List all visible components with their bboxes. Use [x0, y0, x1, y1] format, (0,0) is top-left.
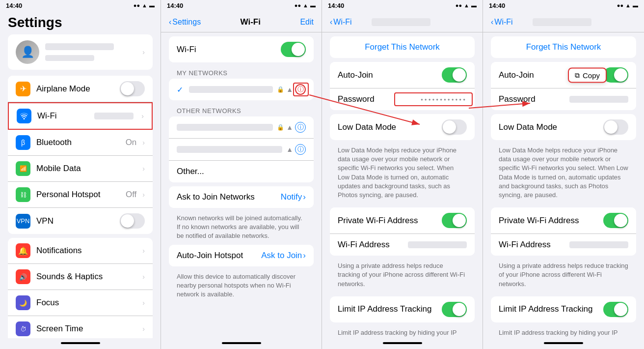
- status-icons-4: ●● ▲ ▬: [617, 2, 638, 8]
- mobiledata-label: Mobile Data: [36, 164, 136, 174]
- auto-join-button[interactable]: Ask to Join ›: [261, 251, 306, 261]
- auto-join-detail-toggle-4[interactable]: [603, 67, 628, 83]
- sidebar-item-sounds[interactable]: 🔊 Sounds & Haptics ›: [8, 264, 153, 290]
- low-data-row[interactable]: Low Data Mode: [330, 114, 475, 140]
- other-option-row[interactable]: Other...: [169, 161, 314, 182]
- wifi-toggle-group: Wi-Fi: [169, 36, 314, 62]
- forget-network-row-4[interactable]: Forget This Network: [491, 36, 636, 58]
- wifi-address-desc: Using a private address helps reduce tra…: [330, 260, 475, 292]
- mobiledata-chevron: ›: [142, 165, 145, 173]
- wifi-icon: [17, 109, 31, 123]
- bottom-bar-2: [161, 338, 322, 349]
- battery-icon-1: ▬: [149, 2, 155, 8]
- forget-link-4[interactable]: Forget This Network: [526, 42, 601, 52]
- ask-join-row[interactable]: Ask to Join Networks Notify ›: [169, 186, 314, 208]
- wifi-icon-3: ▲: [464, 2, 469, 8]
- copy-tooltip[interactable]: ⧉ Copy: [568, 67, 607, 83]
- status-icons-3: ●● ▲ ▬: [456, 2, 477, 8]
- wifi-nav-bar: ‹ Settings Wi-Fi Edit: [161, 11, 322, 32]
- sidebar-item-notifications[interactable]: 🔔 Notifications ›: [8, 238, 153, 264]
- back-to-settings[interactable]: ‹ Settings: [169, 18, 201, 27]
- wifi-panel: 14:40 ●● ▲ ▬ ‹ Settings Wi-Fi Edit Wi-Fi: [161, 0, 322, 349]
- private-wifi-row[interactable]: Private Wi-Fi Address: [330, 207, 475, 234]
- wifi-signal-icon: ▲: [286, 86, 293, 93]
- info-btn-1[interactable]: ⓘ: [295, 122, 306, 133]
- low-data-toggle-4[interactable]: [603, 119, 628, 135]
- back-to-wifi-4[interactable]: ‹ Wi-Fi: [491, 18, 513, 27]
- sidebar-item-vpn[interactable]: VPN VPN: [8, 208, 153, 234]
- sounds-label: Sounds & Haptics: [36, 272, 136, 282]
- selected-network-name: [189, 86, 273, 93]
- wifi-toggle-row[interactable]: Wi-Fi: [169, 36, 314, 62]
- sidebar-item-screentime[interactable]: ⏱ Screen Time ›: [8, 316, 153, 338]
- limit-tracking-toggle[interactable]: [442, 302, 467, 317]
- sidebar-item-wifi[interactable]: Wi-Fi ›: [8, 102, 153, 130]
- wifi-label: Wi-Fi: [37, 111, 88, 121]
- sidebar-item-bluetooth[interactable]: β Bluetooth On ›: [8, 130, 153, 156]
- back-label-4: Wi-Fi: [494, 18, 512, 27]
- wifi-toggle[interactable]: [281, 42, 306, 57]
- auto-join-chevron: ›: [303, 251, 306, 261]
- battery-icon-4: ▬: [633, 2, 638, 8]
- forget-network-group: Forget This Network: [330, 36, 475, 58]
- forget-link[interactable]: Forget This Network: [365, 42, 440, 52]
- low-data-row-4[interactable]: Low Data Mode: [491, 114, 636, 140]
- auto-join-password-group: Auto-Join Password ●●●●●●●●●●●●: [330, 62, 475, 110]
- low-data-group-4: Low Data Mode: [491, 114, 636, 140]
- other-network-1[interactable]: 🔒 ▲ ⓘ: [169, 116, 314, 139]
- info-btn-2[interactable]: ⓘ: [295, 144, 306, 155]
- auto-join-detail-row[interactable]: Auto-Join: [330, 62, 475, 88]
- auto-join-row[interactable]: Auto-Join Hotspot Ask to Join ›: [169, 245, 314, 266]
- sidebar-item-airplane[interactable]: ✈ Airplane Mode: [8, 76, 153, 102]
- limit-tracking-group: Limit IP Address Tracking: [330, 296, 475, 322]
- limit-tracking-toggle-4[interactable]: [603, 302, 628, 317]
- wifi-icon-1: ▲: [142, 2, 147, 8]
- status-icons-2: ●● ▲ ▬: [295, 2, 316, 8]
- password-row[interactable]: Password ●●●●●●●●●●●●: [330, 88, 475, 110]
- notify-button[interactable]: Notify ›: [281, 192, 306, 202]
- ask-join-desc: Known networks will be joined automatica…: [169, 212, 314, 245]
- other-network-1-name: [177, 124, 273, 131]
- auto-join-detail-toggle[interactable]: [442, 67, 467, 83]
- ask-join-group: Ask to Join Networks Notify ›: [169, 186, 314, 208]
- notifications-label: Notifications: [36, 246, 136, 256]
- other-network-2-icons: ▲ ⓘ: [286, 144, 306, 155]
- edit-button[interactable]: Edit: [300, 18, 314, 27]
- status-icons-1: ●● ▲ ▬: [134, 2, 155, 8]
- other-network-2[interactable]: ▲ ⓘ: [169, 139, 314, 161]
- limit-tracking-row-4[interactable]: Limit IP Address Tracking: [491, 296, 636, 322]
- bluetooth-label: Bluetooth: [36, 138, 120, 147]
- back-to-wifi-3[interactable]: ‹ Wi-Fi: [330, 18, 352, 27]
- status-bar-1: 14:40 ●● ▲ ▬: [0, 0, 161, 11]
- signal-icon-1: ●●: [134, 2, 140, 8]
- forget-network-row[interactable]: Forget This Network: [330, 36, 475, 58]
- wifi-address-value-4: [569, 241, 628, 248]
- private-wifi-toggle[interactable]: [442, 213, 467, 228]
- airplane-toggle[interactable]: [120, 81, 145, 96]
- password-label-4: Password: [499, 94, 569, 104]
- signal-icon-2: ●●: [295, 2, 301, 8]
- private-wifi-toggle-4[interactable]: [603, 213, 628, 228]
- limit-tracking-row[interactable]: Limit IP Address Tracking: [330, 296, 475, 322]
- password-row-4[interactable]: Password: [491, 88, 636, 110]
- vpn-label: VPN: [36, 216, 114, 226]
- copy-icon: ⧉: [575, 71, 580, 79]
- wifi-address-value: [408, 241, 467, 248]
- info-button[interactable]: ⓘ: [295, 84, 306, 95]
- mobiledata-icon: 📶: [16, 161, 30, 176]
- profile-row[interactable]: 👤 ›: [8, 34, 153, 70]
- low-data-toggle[interactable]: [442, 119, 467, 135]
- airplane-label: Airplane Mode: [36, 84, 114, 94]
- auto-join-detail-row-4[interactable]: Auto-Join ⧉ Copy: [491, 62, 636, 88]
- sidebar-item-hotspot[interactable]: ⛓ Personal Hotspot Off ›: [8, 182, 153, 208]
- selected-network-row[interactable]: ✓ 🔒 ▲ ⓘ: [169, 79, 314, 100]
- avatar: 👤: [16, 40, 39, 64]
- home-indicator-4: [544, 342, 583, 344]
- sidebar-item-mobiledata[interactable]: 📶 Mobile Data ›: [8, 156, 153, 182]
- private-wifi-row-4[interactable]: Private Wi-Fi Address: [491, 207, 636, 234]
- hotspot-value: Off: [126, 190, 136, 200]
- vpn-toggle[interactable]: [120, 213, 145, 229]
- wifi-address-row: Wi-Fi Address: [330, 234, 475, 256]
- sidebar-item-focus[interactable]: 🌙 Focus ›: [8, 290, 153, 316]
- profile-info: [45, 43, 136, 61]
